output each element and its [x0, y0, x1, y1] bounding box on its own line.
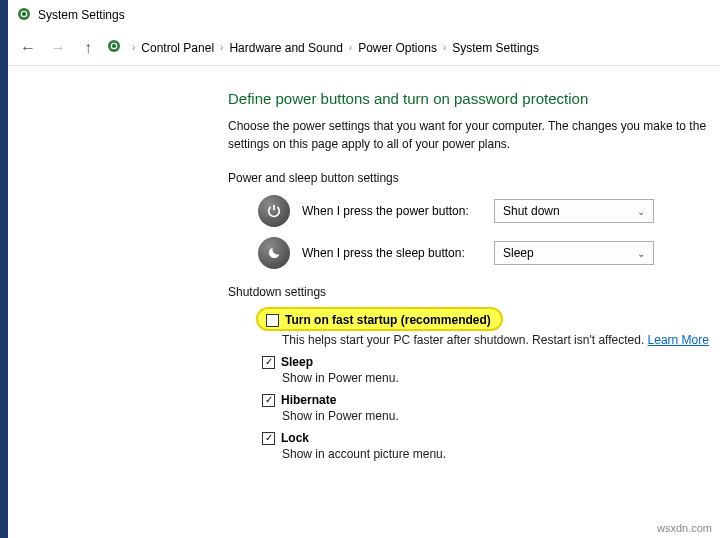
- hibernate-title: Hibernate: [281, 393, 336, 407]
- fast-startup-title: Turn on fast startup (recommended): [285, 313, 491, 327]
- navigation-bar: ← → ↑ › Control Panel › Hardware and Sou…: [8, 30, 720, 66]
- sleep-button-label: When I press the sleep button:: [302, 246, 482, 260]
- page-subtext: Choose the power settings that you want …: [228, 117, 720, 153]
- breadcrumb-item[interactable]: Control Panel: [141, 41, 214, 55]
- chevron-down-icon: ⌄: [637, 206, 645, 217]
- learn-more-link[interactable]: Learn More: [648, 333, 709, 347]
- sleep-button-dropdown[interactable]: Sleep ⌄: [494, 241, 654, 265]
- section-power-sleep-label: Power and sleep button settings: [228, 171, 720, 185]
- sleep-icon: [258, 237, 290, 269]
- chevron-right-icon: ›: [220, 42, 223, 53]
- titlebar: System Settings: [8, 0, 720, 30]
- fast-startup-desc: This helps start your PC faster after sh…: [282, 333, 720, 347]
- fast-startup-highlight: Turn on fast startup (recommended): [256, 307, 503, 331]
- power-icon: [258, 195, 290, 227]
- lock-checkbox[interactable]: [262, 432, 275, 445]
- watermark: wsxdn.com: [657, 522, 712, 534]
- hibernate-option: Hibernate: [262, 393, 720, 407]
- breadcrumb-item[interactable]: Hardware and Sound: [229, 41, 342, 55]
- power-button-row: When I press the power button: Shut down…: [258, 195, 720, 227]
- chevron-right-icon: ›: [349, 42, 352, 53]
- sleep-option: Sleep: [262, 355, 720, 369]
- dropdown-value: Sleep: [503, 246, 534, 260]
- forward-button[interactable]: →: [46, 36, 70, 60]
- page-heading: Define power buttons and turn on passwor…: [228, 90, 720, 107]
- lock-title: Lock: [281, 431, 309, 445]
- window-title: System Settings: [38, 8, 125, 22]
- content-area: Define power buttons and turn on passwor…: [8, 66, 720, 461]
- chevron-down-icon: ⌄: [637, 248, 645, 259]
- sleep-checkbox[interactable]: [262, 356, 275, 369]
- chevron-right-icon: ›: [132, 42, 135, 53]
- power-options-icon: [106, 38, 122, 57]
- svg-point-2: [22, 12, 26, 16]
- breadcrumb-item[interactable]: System Settings: [452, 41, 539, 55]
- fast-startup-checkbox[interactable]: [266, 314, 279, 327]
- dropdown-value: Shut down: [503, 204, 560, 218]
- breadcrumb-item[interactable]: Power Options: [358, 41, 437, 55]
- power-button-label: When I press the power button:: [302, 204, 482, 218]
- section-shutdown-label: Shutdown settings: [228, 285, 720, 299]
- svg-point-5: [112, 44, 116, 48]
- hibernate-checkbox[interactable]: [262, 394, 275, 407]
- lock-option: Lock: [262, 431, 720, 445]
- power-button-dropdown[interactable]: Shut down ⌄: [494, 199, 654, 223]
- sleep-title: Sleep: [281, 355, 313, 369]
- back-button[interactable]: ←: [16, 36, 40, 60]
- sleep-button-row: When I press the sleep button: Sleep ⌄: [258, 237, 720, 269]
- up-button[interactable]: ↑: [76, 36, 100, 60]
- chevron-right-icon: ›: [443, 42, 446, 53]
- hibernate-desc: Show in Power menu.: [282, 409, 720, 423]
- lock-desc: Show in account picture menu.: [282, 447, 720, 461]
- power-options-icon: [16, 6, 32, 25]
- breadcrumb[interactable]: › Control Panel › Hardware and Sound › P…: [128, 41, 539, 55]
- sleep-desc: Show in Power menu.: [282, 371, 720, 385]
